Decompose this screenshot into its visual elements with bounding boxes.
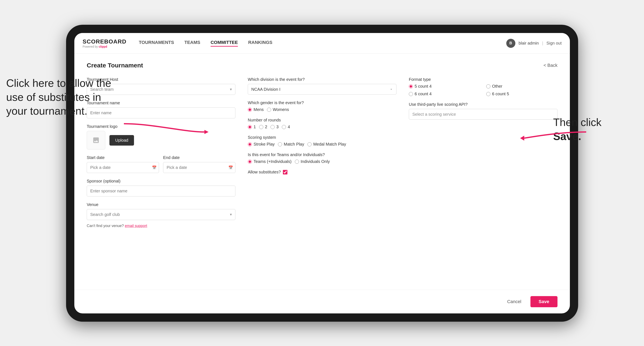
end-date-field: End date 📅 (163, 155, 236, 173)
format-5count4-label: 5 count 4 (414, 84, 432, 89)
event-individuals-label: Individuals Only (301, 159, 330, 164)
format-5count4-radio[interactable] (409, 84, 413, 88)
scoring-stroke[interactable]: Stroke Play (248, 142, 274, 147)
scoring-medal-match-radio[interactable] (308, 142, 312, 146)
rounds-3[interactable]: 3 (270, 125, 278, 129)
event-teams-radio[interactable] (248, 160, 252, 164)
scoring-api-label: Use third-party live scoring API? (409, 102, 558, 107)
rounds-3-radio[interactable] (270, 125, 274, 129)
format-other[interactable]: Other (486, 84, 558, 89)
event-individuals-radio[interactable] (295, 160, 299, 164)
scoring-radio-group: Stroke Play Match Play Medal Match Play (248, 142, 396, 147)
rounds-group: Number of rounds 1 2 (248, 118, 396, 129)
format-type-label: Format type (409, 77, 558, 82)
gender-womens[interactable]: Womens (267, 107, 289, 112)
event-teams-label: Teams (+Individuals) (254, 159, 292, 164)
rounds-3-label: 3 (276, 125, 278, 129)
upload-button[interactable]: Upload (110, 135, 134, 146)
scoring-group: Scoring system Stroke Play Match Play (248, 135, 396, 147)
gender-mens[interactable]: Mens (248, 107, 264, 112)
end-date-input[interactable] (163, 162, 236, 173)
allow-substitutes[interactable]: Allow substitutes? (248, 170, 396, 174)
save-button[interactable]: Save (530, 296, 558, 307)
gender-womens-radio[interactable] (267, 108, 271, 112)
allow-substitutes-checkbox[interactable] (283, 170, 288, 174)
scoring-stroke-label: Stroke Play (254, 142, 274, 147)
annotation-left: Click here to allow the use of substitut… (6, 76, 118, 118)
gender-mens-radio[interactable] (248, 108, 252, 112)
format-6count4-radio[interactable] (409, 92, 413, 96)
logo-scoreboard: SCOREBOARD (82, 38, 126, 45)
scoring-match[interactable]: Match Play (278, 142, 304, 147)
back-button[interactable]: < Back (544, 63, 558, 68)
image-icon (92, 137, 100, 144)
start-date-field: Start date 📅 (87, 155, 159, 173)
scoring-match-radio[interactable] (278, 142, 282, 146)
format-other-radio[interactable] (486, 84, 490, 88)
gender-group: Which gender is the event for? Mens Wome… (248, 100, 396, 112)
form-grid: Tournament Host ▼ Tournament name Tourna (87, 77, 558, 228)
sponsor-label: Sponsor (optional) (87, 179, 236, 183)
event-type-group: Is this event for Teams and/or Individua… (248, 152, 396, 164)
venue-group: Venue ▼ Can't find your venue? email sup… (87, 202, 236, 228)
format-6count5-radio[interactable] (486, 92, 490, 96)
rounds-4-radio[interactable] (282, 125, 286, 129)
nav-avatar: B (506, 39, 515, 48)
scoring-stroke-radio[interactable] (248, 142, 252, 146)
nav-sign-out[interactable]: Sign out (546, 41, 562, 46)
logo-placeholder (87, 131, 105, 150)
rounds-label: Number of rounds (248, 118, 396, 123)
rounds-1[interactable]: 1 (248, 125, 256, 129)
rounds-2[interactable]: 2 (259, 125, 267, 129)
rounds-4[interactable]: 4 (282, 125, 290, 129)
host-chevron-icon: ▼ (229, 88, 232, 91)
format-6count5[interactable]: 6 count 5 (486, 92, 558, 96)
format-6count4-label: 6 count 4 (414, 92, 432, 96)
scoring-api-wrap: Select a scoring service (409, 109, 558, 120)
page-header: Create Tournament < Back (87, 62, 558, 69)
nav-rankings[interactable]: RANKINGS (248, 40, 272, 47)
venue-chevron-icon: ▼ (229, 213, 232, 216)
nav-tournaments[interactable]: TOURNAMENTS (139, 40, 174, 47)
gender-label: Which gender is the event for? (248, 100, 396, 105)
venue-input[interactable] (87, 209, 236, 220)
start-date-input[interactable] (87, 162, 159, 173)
scoring-medal-match[interactable]: Medal Match Play (308, 142, 346, 147)
nav-links: TOURNAMENTS TEAMS COMMITTEE RANKINGS (139, 40, 506, 47)
scoring-medal-match-label: Medal Match Play (313, 142, 346, 147)
venue-email-link[interactable]: email support (125, 224, 147, 228)
nav-committee[interactable]: COMMITTEE (210, 40, 238, 47)
rounds-1-radio[interactable] (248, 125, 252, 129)
navbar: SCOREBOARD Powered by clippd TOURNAMENTS… (74, 33, 570, 54)
gender-mens-label: Mens (254, 107, 264, 112)
start-date-label: Start date (87, 155, 159, 160)
nav-username: blair admin (519, 41, 539, 46)
logo-clippd: clippd (99, 45, 107, 48)
rounds-2-radio[interactable] (259, 125, 263, 129)
scoring-match-label: Match Play (284, 142, 304, 147)
tablet-frame: SCOREBOARD Powered by clippd TOURNAMENTS… (66, 25, 578, 322)
division-select[interactable]: NCAA Division I (248, 84, 396, 95)
logo-powered: Powered by clippd (82, 45, 126, 48)
start-date-wrap: 📅 (87, 162, 159, 173)
end-date-label: End date (163, 155, 236, 160)
start-date-calendar-icon: 📅 (152, 165, 156, 170)
format-5count4[interactable]: 5 count 4 (409, 84, 480, 89)
event-individuals[interactable]: Individuals Only (295, 159, 330, 164)
venue-label: Venue (87, 202, 236, 207)
logo-area: SCOREBOARD Powered by clippd (82, 38, 126, 48)
arrow-right-svg (520, 122, 586, 142)
event-teams[interactable]: Teams (+Individuals) (248, 159, 292, 164)
format-type-group: Format type 5 count 4 Other (409, 77, 558, 96)
scoring-api-select[interactable]: Select a scoring service (409, 109, 558, 120)
division-label: Which division is the event for? (248, 77, 396, 82)
page-title: Create Tournament (87, 62, 143, 69)
sponsor-input[interactable] (87, 185, 236, 196)
format-6count4[interactable]: 6 count 4 (409, 92, 480, 96)
allow-substitutes-label: Allow substitutes? (248, 170, 281, 174)
cancel-button[interactable]: Cancel (502, 296, 526, 307)
gender-womens-label: Womens (273, 107, 289, 112)
venue-hint: Can't find your venue? email support (87, 224, 236, 228)
dates-row: Start date 📅 End date 📅 (87, 155, 236, 173)
nav-teams[interactable]: TEAMS (184, 40, 200, 47)
